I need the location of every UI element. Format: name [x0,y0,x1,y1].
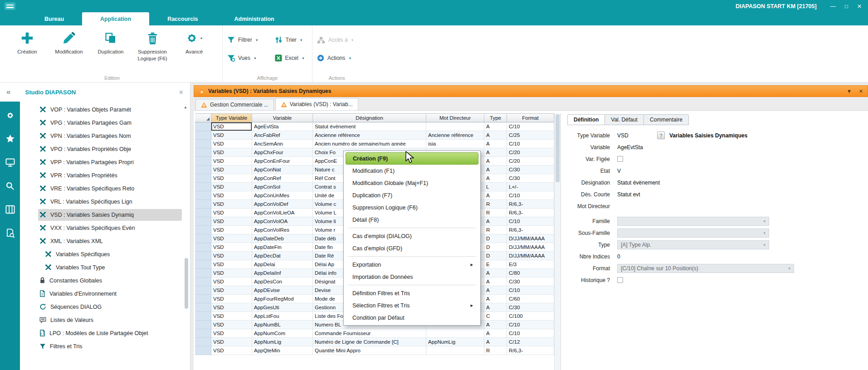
row-selector[interactable] [195,252,211,260]
table-cell[interactable]: C/10 [507,321,554,329]
sidebar-item-vpn[interactable]: VPN : Variables Partagées Nom [20,129,190,142]
table-cell[interactable]: Ancien numéro de semaine/num année [313,140,426,148]
table-scrollbar[interactable] [554,113,561,370]
table-cell[interactable]: AgeEvtSta [252,122,313,131]
table-cell[interactable]: C/20 [507,148,554,157]
table-cell[interactable]: AppLstFou [252,312,313,321]
table-cell[interactable]: C/30 [507,303,554,312]
sidebar-item-variables-tout-type[interactable]: Variables Tout Type [20,261,190,274]
row-selector[interactable] [195,321,211,329]
table-cell[interactable]: C/30 [507,166,554,174]
table-cell[interactable]: AppDesCon [252,278,313,286]
table-cell[interactable]: VSD [211,243,252,252]
row-selector[interactable] [195,234,211,243]
sidebar-close-icon[interactable]: ✕ [179,89,184,96]
table-cell[interactable]: Commande Fournisseur [313,329,426,338]
sidebar-item-vxx[interactable]: VXX : Variables Spécifiques Evén [20,221,190,234]
table-cell[interactable]: D/JJ/MM/AAAA [507,252,554,260]
sidebar-item-constantes-globales[interactable]: Constantes Globales [20,274,190,287]
context-menu-item-suppression-logique-f6[interactable]: Suppression Logique (F6) [346,201,478,214]
table-row[interactable]: VSDAncSemAnnAncien numéro de semaine/num… [195,140,554,148]
table-cell[interactable]: A [484,338,507,346]
row-selector[interactable] [195,183,211,191]
table-cell[interactable]: AppDateFin [252,243,313,252]
row-selector[interactable] [195,260,211,269]
table-cell[interactable]: L [484,183,507,191]
table-row[interactable]: VSDAppNumComCommande FournisseurAC/10 [195,329,554,338]
table-cell[interactable]: A [484,166,507,174]
sidebar-item-vop[interactable]: VOP : Variables Objets Paramét [20,103,190,116]
sidebar-item-vsd[interactable]: VSD : Variables Saisies Dynamiq [20,208,190,221]
table-cell[interactable]: AppDelaiInf [252,269,313,278]
column-header-format[interactable]: Format [507,114,554,122]
document-tab-gestion-commerciale[interactable]: Gestion Commerciale ... [195,99,274,110]
sidebar-item-vpr[interactable]: VPR : Variables Propriétés [20,169,190,182]
row-selector[interactable] [195,122,211,131]
close-button[interactable]: ✕ [857,3,862,10]
sidebar-item-vpp[interactable]: VPP : Variables Partagées Propri [20,156,190,169]
table-cell[interactable] [426,122,484,131]
sidebar-item-vrl[interactable]: VRL : Variables Spécifiques Lign [20,195,190,208]
table-cell[interactable]: C/30 [507,278,554,286]
table-cell[interactable]: isia [426,140,484,148]
table-cell[interactable]: C [484,312,507,321]
column-header-designation[interactable]: Désignation [313,114,426,122]
tab-commentaire[interactable]: Commentaire [644,114,689,125]
table-cell[interactable]: Ancienne référence [426,131,484,140]
table-cell[interactable]: A [484,278,507,286]
row-selector[interactable] [195,346,211,355]
table-cell[interactable]: A [484,140,507,148]
row-selector[interactable] [195,157,211,166]
modules-button[interactable] [4,109,16,122]
collapse-sidebar-icon[interactable]: « [6,88,10,97]
row-selector[interactable] [195,200,211,209]
table-cell[interactable]: A [484,157,507,166]
row-selector[interactable] [195,226,211,234]
column-header-type[interactable]: Type [484,114,507,122]
excel-button[interactable]: Excel▼ [275,53,305,63]
table-cell[interactable]: D [484,243,507,252]
table-cell[interactable]: R/6,3- [507,346,554,355]
table-cell[interactable]: D [484,234,507,243]
table-cell[interactable]: C/10 [507,286,554,295]
table-cell[interactable]: AppDecDat [252,252,313,260]
document-search-button[interactable] [4,227,16,239]
table-corner-header[interactable] [195,114,211,122]
table-cell[interactable]: C/10 [507,217,554,226]
sidebar-item-vpo[interactable]: VPO : Variables Propriétés Obje [20,142,190,156]
table-row[interactable]: VSDAppNumLigNuméro de Ligne de Commande … [195,338,554,346]
table-cell[interactable]: VSD [211,234,252,243]
table-cell[interactable]: C/60 [507,295,554,303]
table-cell[interactable]: E/3 [507,260,554,269]
table-cell[interactable]: AppConVolOA [252,217,313,226]
table-cell[interactable]: VSD [211,321,252,329]
help-button[interactable]: ? [657,131,665,139]
table-cell[interactable]: AppNumCom [252,329,313,338]
actions-button[interactable]: Actions▼ [317,53,354,63]
search-button[interactable] [4,180,16,192]
table-row[interactable]: VSDAppQteMinQuantité Mini ApproRR/6,3- [195,346,554,355]
table-cell[interactable]: C/80 [507,269,554,278]
row-selector[interactable] [195,295,211,303]
row-selector[interactable] [195,303,211,312]
row-selector[interactable] [195,140,211,148]
sidebar-item-sequences-dialog[interactable]: Séquences DIALOG [20,300,190,313]
suppression-logique-f6-button[interactable]: Suppression Logique (F6) [132,28,173,74]
menu-tab-raccourcis[interactable]: Raccourcis [149,12,216,25]
table-cell[interactable]: VSD [211,191,252,200]
table-cell[interactable]: VSD [211,183,252,191]
row-selector[interactable] [195,243,211,252]
table-cell[interactable]: R [484,200,507,209]
table-cell[interactable]: A [484,303,507,312]
tree-scrollbar-thumb[interactable] [185,258,188,309]
table-cell[interactable]: L+/- [507,183,554,191]
modification-button[interactable]: Modification [48,28,90,74]
table-cell[interactable]: C/10 [507,191,554,200]
table-cell[interactable]: VSD [211,286,252,295]
column-header-type-variable[interactable]: Type Variable [211,114,252,122]
table-cell[interactable]: R [484,346,507,355]
row-selector[interactable] [195,166,211,174]
table-cell[interactable]: A [484,269,507,278]
row-selector[interactable] [195,217,211,226]
table-cell[interactable]: A [484,286,507,295]
